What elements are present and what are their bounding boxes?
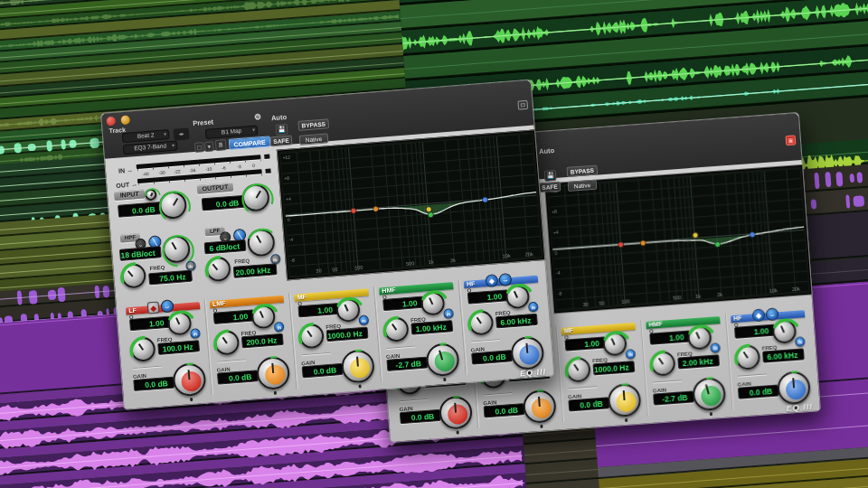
- svg-text:100: 100: [621, 298, 630, 305]
- svg-text:10k: 10k: [769, 287, 778, 294]
- svg-text:+4: +4: [286, 196, 291, 202]
- svg-text:500: 500: [406, 260, 415, 267]
- svg-text:+8: +8: [552, 209, 557, 214]
- svg-text:-4: -4: [556, 270, 561, 276]
- svg-text:1k: 1k: [429, 259, 435, 265]
- svg-text:10k: 10k: [503, 253, 512, 259]
- svg-text:20k: 20k: [525, 251, 534, 258]
- svg-text:+4: +4: [553, 230, 559, 235]
- svg-text:30: 30: [582, 302, 589, 307]
- svg-text:20k: 20k: [792, 286, 801, 292]
- svg-text:50: 50: [599, 300, 605, 305]
- svg-text:-8: -8: [558, 291, 562, 296]
- svg-text:100: 100: [354, 265, 363, 271]
- svg-text:+12: +12: [282, 155, 290, 161]
- svg-text:-4: -4: [288, 237, 293, 242]
- svg-text:50: 50: [332, 267, 338, 272]
- svg-text:-8: -8: [290, 258, 295, 263]
- svg-text:0: 0: [554, 250, 557, 256]
- svg-text:2k: 2k: [450, 258, 457, 263]
- svg-text:30: 30: [316, 267, 322, 273]
- svg-text:2k: 2k: [717, 292, 722, 297]
- svg-text:1k: 1k: [695, 293, 701, 298]
- svg-text:+8: +8: [284, 175, 289, 181]
- svg-text:500: 500: [673, 295, 682, 301]
